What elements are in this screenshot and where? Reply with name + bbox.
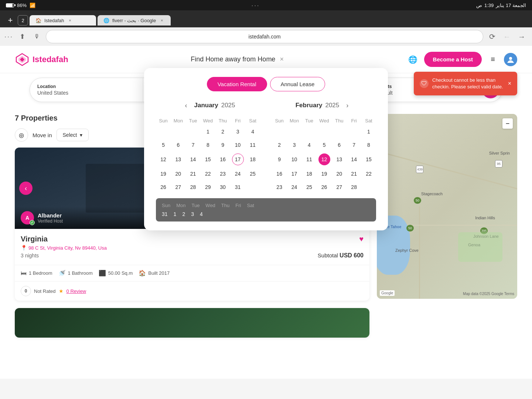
location-target-button[interactable]: ◎ <box>15 128 28 142</box>
calendar-day[interactable]: 16 <box>215 152 230 167</box>
forward-button[interactable]: → <box>516 31 528 43</box>
close-search-icon[interactable]: × <box>280 55 284 63</box>
tab-number-button[interactable]: 2 <box>18 15 28 26</box>
calendar-day[interactable]: 16 <box>272 167 287 180</box>
calendar-day[interactable]: 6 <box>332 138 347 152</box>
calendar-day[interactable]: 5 <box>156 138 171 152</box>
avatar[interactable] <box>504 53 517 66</box>
calendar-day[interactable]: 15 <box>361 152 376 167</box>
prev-image-button[interactable]: ‹ <box>19 182 33 195</box>
calendar-day: - <box>361 180 376 194</box>
calendar-day[interactable]: 3 <box>230 125 245 138</box>
menu-button[interactable]: ≡ <box>486 53 499 66</box>
calendar-day[interactable]: 4 <box>245 125 260 138</box>
calendar-day: - <box>171 125 185 138</box>
back-button[interactable]: ← <box>501 31 513 43</box>
calendar-day[interactable]: 13 <box>171 152 185 167</box>
calendar-day[interactable]: 2 <box>215 125 230 138</box>
calendar-day[interactable]: 18 <box>245 152 260 167</box>
mini-calendar-row: 31 1 2 3 4 <box>162 211 370 217</box>
calendar-day[interactable]: 13 <box>332 152 347 167</box>
become-host-button[interactable]: Become a Host <box>424 52 482 67</box>
calendar-day[interactable]: 2 <box>272 138 287 152</box>
share-button[interactable]: ⬆ <box>16 31 28 43</box>
calendar-day[interactable]: 25 <box>302 180 317 194</box>
calendar-day[interactable]: 14 <box>186 152 201 167</box>
calendar-day[interactable]: 17 <box>230 152 245 167</box>
calendar-day[interactable]: 19 <box>317 167 332 180</box>
calendar-day[interactable]: 11 <box>302 152 317 167</box>
calendar-day[interactable]: 17 <box>287 167 302 180</box>
calendar-day[interactable]: 25 <box>245 167 260 180</box>
calendar-day[interactable]: 22 <box>361 167 376 180</box>
calendar-day[interactable]: 1 <box>201 125 215 138</box>
calendar-day[interactable]: 11 <box>245 138 260 152</box>
calendar-day[interactable]: 30 <box>215 180 230 194</box>
calendar-day[interactable]: 8 <box>201 138 215 152</box>
calendar-day[interactable]: 21 <box>186 167 201 180</box>
tab-close-button[interactable]: × <box>67 17 73 23</box>
error-toast-close-button[interactable]: × <box>508 80 511 87</box>
calendar-row: 2345678 <box>272 138 376 152</box>
calendar-day[interactable]: 10 <box>287 152 302 167</box>
calendar-day[interactable]: 12 <box>317 152 332 167</box>
col-sat: Sat <box>245 116 260 125</box>
next-month-button[interactable]: › <box>342 100 352 111</box>
calendar-row: 567891011 <box>156 138 260 152</box>
mic-button[interactable]: 🎙 <box>31 31 43 43</box>
annual-lease-button[interactable]: Annual Lease <box>270 77 325 91</box>
rating-badge: 0 <box>21 286 31 296</box>
tab-fiverr[interactable]: 🌐 fiverr - بحث · Google × <box>98 15 171 26</box>
address-bar[interactable]: istedafah.com <box>46 30 483 43</box>
calendar-day[interactable]: 1 <box>361 125 376 138</box>
new-tab-button[interactable]: + <box>4 14 16 26</box>
calendar-day[interactable]: 7 <box>347 138 361 152</box>
calendar-day[interactable]: 20 <box>332 167 347 180</box>
calendar-day[interactable]: 20 <box>171 167 185 180</box>
calendar-day[interactable]: 31 <box>230 180 245 194</box>
calendar-day[interactable]: 9 <box>272 152 287 167</box>
calendar-day[interactable]: 5 <box>317 138 332 152</box>
calendar-day[interactable]: 18 <box>302 167 317 180</box>
calendar-day[interactable]: 14 <box>347 152 361 167</box>
calendar-day[interactable]: 26 <box>156 180 171 194</box>
calendar-day[interactable]: 27 <box>332 180 347 194</box>
map-google-logo: Google <box>380 290 395 296</box>
calendar-day[interactable]: 21 <box>347 167 361 180</box>
col-sun: Sun <box>272 116 287 125</box>
calendar-day[interactable]: 10 <box>230 138 245 152</box>
calendar-day[interactable]: 24 <box>287 180 302 194</box>
review-link[interactable]: 0 Review <box>66 288 86 294</box>
calendar-day[interactable]: 15 <box>201 152 215 167</box>
calendar-day[interactable]: 9 <box>215 138 230 152</box>
calendar-day[interactable]: 23 <box>215 167 230 180</box>
tab-istedafah[interactable]: 🏠 Istedafah × <box>30 15 96 26</box>
calendar-day[interactable]: 28 <box>347 180 361 194</box>
calendar-day[interactable]: 19 <box>156 167 171 180</box>
map-panel: Stagecoach Silver Sprin Indian Hills Joh… <box>377 114 517 338</box>
calendar-day[interactable]: 4 <box>302 138 317 152</box>
move-in-select[interactable]: Select ▾ <box>57 129 89 141</box>
globe-button[interactable]: 🌐 <box>406 53 420 66</box>
calendar-day: - <box>332 125 347 138</box>
calendar-day[interactable]: 24 <box>230 167 245 180</box>
favorite-button[interactable]: ♥ <box>359 235 364 243</box>
calendar-day[interactable]: 23 <box>272 180 287 194</box>
map-zoom-minus-button[interactable]: − <box>502 118 513 129</box>
tab-fiverr-close-button[interactable]: × <box>159 17 165 23</box>
calendar-day[interactable]: 7 <box>186 138 201 152</box>
calendar-day[interactable]: 22 <box>201 167 215 180</box>
calendar-day[interactable]: 12 <box>156 152 171 167</box>
calendar-day[interactable]: 6 <box>171 138 185 152</box>
mini-calendar-strip: Sun Mon Tue Wed Thu Fri Sat 31 1 2 3 4 <box>156 198 376 222</box>
location-field[interactable]: Location United States <box>30 78 143 102</box>
vacation-rental-button[interactable]: Vacation Rental <box>207 77 267 91</box>
calendar-day[interactable]: 8 <box>361 138 376 152</box>
calendar-day[interactable]: 26 <box>317 180 332 194</box>
prev-month-button[interactable]: ‹ <box>181 100 191 111</box>
reload-button[interactable]: ⟳ <box>486 31 498 43</box>
calendar-day[interactable]: 29 <box>201 180 215 194</box>
calendar-day[interactable]: 27 <box>171 180 185 194</box>
calendar-day[interactable]: 3 <box>287 138 302 152</box>
calendar-day[interactable]: 28 <box>186 180 201 194</box>
